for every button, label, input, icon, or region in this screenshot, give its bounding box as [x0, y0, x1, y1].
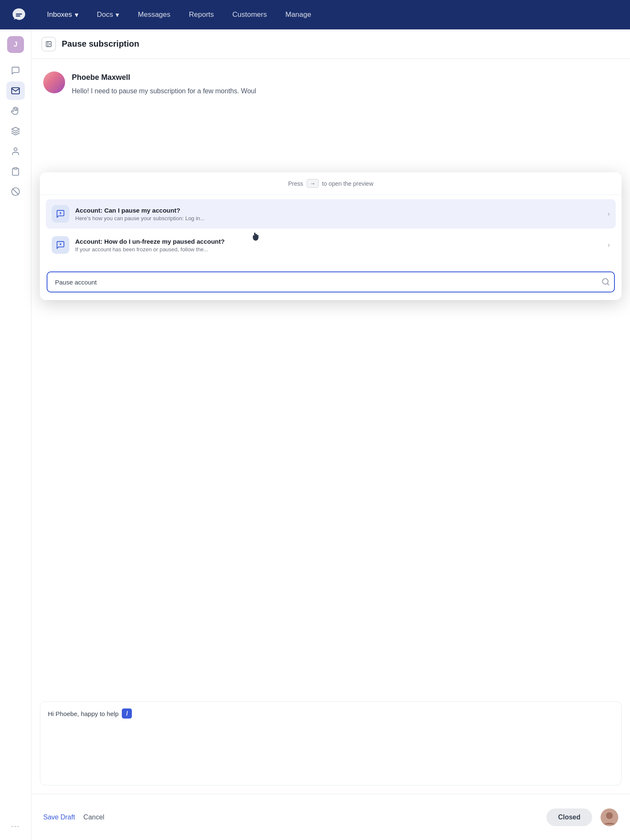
sidebar-block-icon[interactable] [6, 182, 25, 201]
article-chevron-1: › [608, 210, 610, 218]
save-draft-button[interactable]: Save Draft [43, 814, 75, 821]
article-icon-2 [52, 236, 69, 254]
article-list: Account: Can I pause my account? Here's … [40, 195, 622, 266]
press-hint: Press → to open the preview [40, 172, 622, 195]
bottom-bar: Save Draft Cancel Closed [32, 794, 630, 840]
article-title-2: Account: How do I un-freeze my paused ac… [75, 238, 602, 245]
customer-name: Phoebe Maxwell [72, 73, 256, 82]
article-chevron-2: › [608, 241, 610, 249]
svg-line-4 [13, 189, 18, 195]
nav-customers[interactable]: Customers [223, 0, 276, 29]
closed-button[interactable]: Closed [546, 808, 592, 826]
svg-point-1 [14, 148, 17, 151]
article-title-1: Account: Can I pause my account? [75, 207, 602, 214]
customer-message: Phoebe Maxwell Hello! I need to pause my… [43, 71, 618, 96]
search-icon[interactable] [601, 278, 610, 288]
slash-command-badge[interactable]: / [122, 708, 132, 719]
sidebar-clipboard-icon[interactable] [6, 162, 25, 181]
top-navigation: Inboxes ▾ Docs ▾ Messages Reports Custom… [0, 0, 630, 29]
sidebar-layers-icon[interactable] [6, 122, 25, 140]
nav-reports[interactable]: Reports [180, 0, 223, 29]
nav-messages[interactable]: Messages [129, 0, 179, 29]
nav-docs[interactable]: Docs ▾ [88, 0, 129, 29]
article-preview-1: Here's how you can pause your subscripti… [75, 215, 602, 221]
cancel-button[interactable]: Cancel [84, 814, 105, 821]
svg-point-11 [606, 812, 613, 819]
left-sidebar: J [0, 29, 32, 840]
sidebar-more[interactable]: ... [11, 820, 20, 833]
sidebar-toggle-button[interactable] [42, 37, 56, 51]
conversation-title: Pause subscription [62, 39, 139, 49]
conversation-header: Pause subscription [32, 29, 630, 59]
svg-marker-0 [12, 127, 19, 131]
hint-key-badge: → [307, 179, 319, 188]
svg-rect-2 [14, 168, 17, 169]
article-item-1[interactable]: Account: Can I pause my account? Here's … [46, 199, 616, 229]
sidebar-chat-icon[interactable] [6, 61, 25, 80]
compose-box[interactable]: Hi Phoebe, happy to help / [40, 701, 622, 785]
article-item-2[interactable]: Account: How do I un-freeze my paused ac… [46, 230, 616, 260]
nav-manage[interactable]: Manage [276, 0, 320, 29]
agent-avatar [601, 808, 618, 826]
main-content: Pause subscription Phoebe Maxwell Hello!… [32, 29, 630, 840]
sidebar-hand-icon[interactable] [6, 102, 25, 120]
user-avatar[interactable]: J [7, 36, 24, 53]
compose-area: Hi Phoebe, happy to help / [32, 701, 630, 785]
nav-inboxes[interactable]: Inboxes ▾ [38, 0, 88, 29]
svg-point-7 [60, 243, 61, 245]
sidebar-inbox-icon[interactable] [6, 82, 25, 100]
search-area [40, 266, 622, 300]
customer-message-text: Hello! I need to pause my subscription f… [72, 86, 256, 96]
article-icon-1 [52, 205, 69, 223]
logo[interactable] [8, 4, 29, 25]
compose-text-content: Hi Phoebe, happy to help [48, 710, 118, 717]
customer-avatar [43, 71, 65, 93]
article-search-input[interactable] [47, 271, 615, 292]
sidebar-person-icon[interactable] [6, 142, 25, 161]
article-popup: Press → to open the preview Account: Can… [40, 172, 622, 300]
svg-line-9 [607, 283, 609, 285]
message-area: Phoebe Maxwell Hello! I need to pause my… [32, 59, 630, 111]
article-preview-2: If your account has been frozen or pause… [75, 246, 602, 253]
